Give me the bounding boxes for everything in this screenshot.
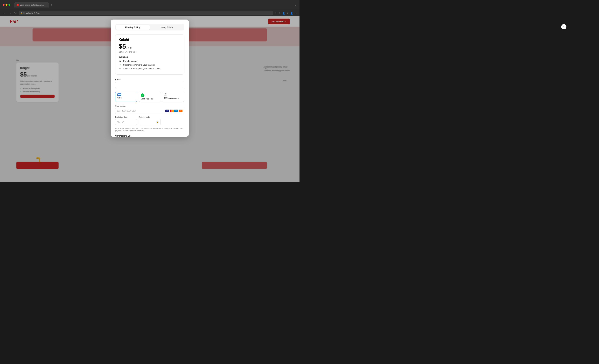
card-number-field: Card number 1234 1234 1234 1234 VISA AME… (115, 105, 184, 114)
more-icon[interactable]: ⋯ (295, 12, 297, 15)
plan-price: $5/ mo (119, 43, 181, 50)
star-icon[interactable]: ☆ (279, 12, 281, 15)
lock-icon: 🔒 (20, 12, 22, 14)
feature-3-icon: ⊙ (119, 68, 122, 70)
minimize-window-button[interactable] (6, 4, 8, 6)
feature-1-icon: ▣ (119, 60, 122, 62)
card-number-placeholder: 1234 1234 1234 1234 (117, 110, 164, 112)
profile-icon[interactable]: 👤 (282, 12, 285, 15)
card-number-row: Card number 1234 1234 1234 1234 VISA AME… (115, 105, 184, 114)
card-disclaimer: By providing your card information, you … (115, 127, 184, 132)
security-input[interactable]: 🔒 (139, 119, 160, 125)
card-number-input[interactable]: 1234 1234 1234 1234 VISA AMEX D (115, 108, 184, 114)
email-label: Email (115, 79, 184, 81)
nav-bar: ← → ↻ 🔒 https://www.fief.dev ⬆ ☆ 👤 ⊕ 👤 ⋯ (0, 10, 300, 16)
plan-name: Knight (119, 38, 181, 42)
payment-methods: Card $ Cash App Pay 🏛 US bank account (115, 92, 184, 102)
security-lock-icon: 🔒 (156, 121, 159, 123)
profile-icon-2[interactable]: 👤 (290, 12, 293, 15)
feature-2-text: Stickers delivered to your mailbox (123, 64, 155, 66)
plan-vat: Before VAT and taxes (119, 51, 181, 53)
expiry-placeholder: MM / YY (117, 121, 135, 123)
share-icon[interactable]: ⬆ (275, 12, 277, 15)
feature-1: ▣ Premium posts (119, 60, 181, 62)
tab-bar: F Open-source authentication ... × + (14, 2, 293, 8)
cardholder-label: Cardholder name (115, 135, 184, 137)
refresh-button[interactable]: ↻ (14, 11, 17, 15)
plan-section: Knight $5/ mo Before VAT and taxes Inclu… (115, 34, 184, 75)
card-payment-tab[interactable]: Card (115, 92, 137, 102)
bank-payment-tab[interactable]: 🏛 US bank account (162, 92, 184, 102)
feature-3-text: Access to Stronghold, the private editio… (123, 67, 161, 70)
forward-button[interactable]: → (8, 11, 12, 15)
maximize-window-button[interactable] (9, 4, 10, 6)
expiry-security-row: Expiration date MM / YY Security code 🔒 (115, 116, 184, 125)
chevron-down-icon[interactable]: ⌄ (295, 3, 297, 7)
cash-app-payment-tab[interactable]: $ Cash App Pay (139, 92, 161, 102)
feature-3: ⊙ Access to Stronghold, the private edit… (119, 67, 181, 70)
card-form: Card number 1234 1234 1234 1234 VISA AME… (115, 105, 184, 137)
tab-title: Open-source authentication ... (20, 4, 44, 6)
new-tab-button[interactable]: + (51, 3, 52, 6)
tab-close-button[interactable]: × (45, 4, 46, 6)
card-number-label: Card number (115, 105, 184, 107)
included-title: Included (119, 56, 181, 58)
expiry-field: Expiration date MM / YY (115, 116, 137, 125)
card-logos: VISA AMEX D (165, 110, 183, 112)
browser-chrome: F Open-source authentication ... × + ⌄ (0, 0, 300, 10)
feature-2: ✓ Stickers delivered to your mailbox (119, 64, 181, 66)
url-text: https://www.fief.dev (23, 12, 40, 14)
email-input[interactable] (115, 82, 184, 89)
plan-price-period: / mo (127, 46, 132, 49)
checkout-modal: Monthly Billing Yearly Billing Knight $5… (111, 19, 189, 137)
nav-actions: ⬆ ☆ 👤 ⊕ 👤 ⋯ (275, 12, 297, 15)
yearly-billing-tab[interactable]: Yearly Billing (150, 25, 184, 30)
plan-price-amount: $5 (119, 43, 126, 50)
visa-logo: VISA (165, 110, 169, 112)
page-background: Fief Documentation Project roadmap Blog … (0, 16, 300, 182)
expiry-label: Expiration date (115, 116, 137, 118)
security-field: Security code 🔒 (139, 116, 160, 125)
cash-tab-label: Cash App Pay (141, 98, 153, 100)
amex-logo: AMEX (174, 110, 178, 112)
extensions-icon[interactable]: ⊕ (287, 12, 289, 15)
security-label: Security code (139, 116, 160, 118)
bank-tab-label: US bank account (164, 97, 179, 99)
discover-logo: D (179, 110, 183, 112)
tab-favicon: F (17, 4, 19, 6)
back-button[interactable]: ← (3, 11, 6, 15)
expiry-input[interactable]: MM / YY (115, 119, 137, 125)
close-window-button[interactable] (3, 4, 5, 6)
cash-tab-icon: $ (141, 93, 144, 97)
traffic-lights (3, 4, 10, 6)
mastercard-logo (170, 110, 174, 112)
bank-tab-icon: 🏛 (164, 93, 167, 96)
modal-overlay: Monthly Billing Yearly Billing Knight $5… (0, 16, 300, 182)
card-tab-icon (117, 93, 121, 96)
monthly-billing-tab[interactable]: Monthly Billing (116, 25, 150, 30)
active-tab[interactable]: F Open-source authentication ... × (14, 2, 49, 8)
feature-1-text: Premium posts (123, 60, 137, 62)
address-bar[interactable]: 🔒 https://www.fief.dev (19, 11, 273, 15)
billing-toggle: Monthly Billing Yearly Billing (115, 24, 184, 30)
card-tab-label: Card (117, 97, 122, 99)
feature-2-icon: ✓ (119, 64, 122, 66)
